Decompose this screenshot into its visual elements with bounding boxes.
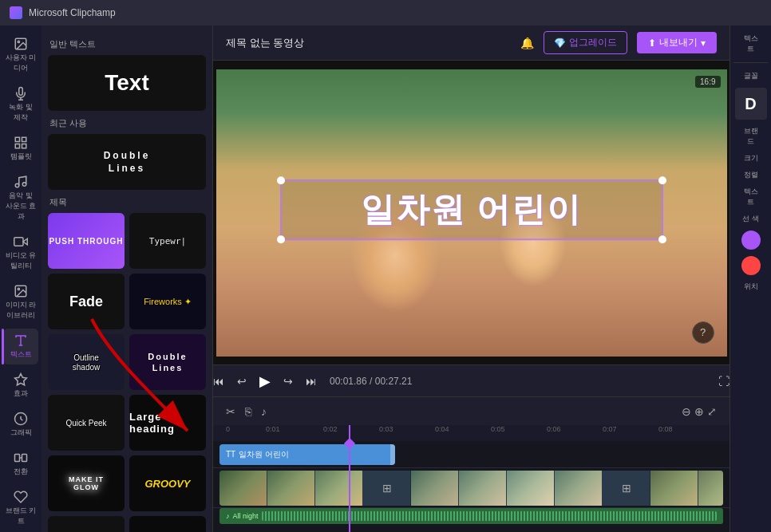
sidebar-icons: 사용자 미디어 녹화 및 제작 템플릿 음악 및 사운드 효과 비디오 유틸리티… [0, 26, 42, 532]
sidebar-item-images[interactable]: 이미지 라이브러리 [3, 279, 38, 325]
handle-bottom-left[interactable] [277, 235, 285, 243]
text-style-card-push-through[interactable]: PUSH THROUGH [48, 213, 125, 269]
forward-button[interactable]: ↪ [283, 375, 293, 388]
svg-rect-11 [14, 238, 23, 246]
right-panel-brand-label: 브랜드 [733, 124, 768, 148]
sidebar-label-video-lib: 비디오 유틸리티 [5, 250, 37, 271]
text-style-card-typewriter[interactable]: Typewr| [129, 213, 206, 269]
play-button[interactable]: ▶ [259, 372, 271, 390]
right-panel-text-label: 텍스트 [733, 32, 768, 56]
sidebar-label-graphics: 그래픽 [10, 428, 32, 438]
sidebar-item-text[interactable]: 텍스트 [3, 329, 38, 365]
notification-icon: 🔔 [520, 37, 534, 49]
audio-track-row: ♪ All night [213, 508, 729, 529]
audio-track-label: All night [233, 512, 259, 520]
music-note-button[interactable]: ♪ [261, 405, 267, 418]
text-track-row: TT 일차원 어린이 [213, 441, 729, 468]
svg-rect-7 [22, 144, 26, 148]
app-icon [10, 6, 22, 19]
right-panel-size-label: 크기 [733, 152, 768, 165]
right-panel-align-label: 정렬 [733, 168, 768, 182]
center-area: 제목 없는 동영상 🔔 💎 업그레이드 ⬆ 내보내기 ▾ 일차원 [213, 26, 729, 532]
video-canvas: 일차원 어린이 16:9 ? [216, 69, 727, 357]
zoom-in-button[interactable]: ⊕ [694, 405, 704, 418]
handle-top-right[interactable] [658, 176, 666, 184]
svg-rect-18 [15, 455, 20, 462]
sidebar-item-transitions[interactable]: 전환 [3, 446, 38, 482]
text-style-card-double-lines-recent[interactable]: Double Lines [48, 134, 206, 190]
rewind-button[interactable]: ↩ [237, 375, 247, 388]
text-style-card-fireworks[interactable]: Fireworks ✦ [129, 274, 206, 329]
ruler-mark-007: 0:07 [603, 425, 617, 433]
text-style-card-large-heading[interactable]: Large heading [129, 395, 206, 451]
video-thumb-1 [219, 471, 267, 506]
fit-button[interactable]: ⤢ [707, 405, 717, 418]
sidebar-item-graphics[interactable]: 그래픽 [3, 407, 38, 443]
right-panel-color-label: 선 색 [733, 212, 768, 226]
skip-back-button[interactable]: ⏮ [213, 375, 224, 388]
timeline-area: ✂ ⎘ ♪ ⊖ ⊕ ⤢ 0 0:01 0:02 0:03 [213, 396, 729, 532]
text-track-end-handle[interactable] [390, 444, 395, 465]
sidebar-label-images: 이미지 라이브러리 [5, 300, 37, 321]
copy-button[interactable]: ⎘ [245, 405, 251, 418]
text-track-clip[interactable]: TT 일차원 어린이 [219, 444, 395, 465]
video-thumb-5 [459, 471, 507, 506]
ruler-mark-005: 0:05 [491, 425, 505, 433]
zoom-out-button[interactable]: ⊖ [682, 405, 691, 418]
text-style-card-fade[interactable]: Fade [48, 274, 125, 329]
video-thumb-8 [650, 471, 698, 506]
font-preview[interactable]: D [735, 88, 767, 120]
timeline-toolbar: ✂ ⎘ ♪ ⊖ ⊕ ⤢ [213, 396, 729, 425]
text-overlay-box[interactable]: 일차원 어린이 [280, 179, 663, 240]
text-style-card-quick-peek[interactable]: Quick Peek [48, 395, 125, 451]
playhead[interactable] [349, 425, 350, 532]
video-thumb-transition2: ⊞ [603, 471, 650, 506]
sidebar-label-templates: 템플릿 [10, 152, 32, 162]
text-style-card-tidal[interactable]: TIDAL [129, 516, 206, 532]
color-swatch-purple[interactable] [741, 231, 761, 250]
sidebar-label-audio: 녹화 및 제작 [5, 102, 37, 123]
sidebar-item-media[interactable]: 사용자 미디어 [3, 32, 38, 78]
sidebar-item-music[interactable]: 음악 및 사운드 효과 [3, 170, 38, 227]
skip-forward-button[interactable]: ⏭ [306, 375, 317, 388]
svg-marker-10 [23, 238, 27, 245]
sidebar-label-effects: 효과 [14, 388, 28, 399]
text-style-card-text[interactable]: Text [48, 55, 206, 111]
text-style-card-outline-shadow[interactable]: Outline shadow [48, 334, 125, 390]
audio-track-strip[interactable]: ♪ All night [219, 508, 723, 524]
main-layout: 사용자 미디어 녹화 및 제작 템플릿 음악 및 사운드 효과 비디오 유틸리티… [0, 26, 771, 532]
video-preview: 일차원 어린이 16:9 ? [213, 61, 729, 365]
audio-waveform [262, 511, 717, 521]
text-style-card-make-it-glow[interactable]: MAKE IT GLOW [48, 455, 125, 511]
time-display: 00:01.86 / 00:27.21 [330, 376, 412, 387]
help-button[interactable]: ? [692, 321, 714, 344]
color-swatch-red[interactable] [741, 256, 761, 275]
sidebar-label-media: 사용자 미디어 [5, 53, 37, 73]
video-thumb-9 [698, 471, 723, 506]
sidebar-item-templates[interactable]: 템플릿 [3, 131, 38, 167]
text-style-card-double-lines2[interactable]: Double Lines [129, 334, 206, 390]
sidebar-item-brand[interactable]: 브랜드 키트 [3, 485, 38, 531]
sidebar-item-video-lib[interactable]: 비디오 유틸리티 [3, 230, 38, 276]
sidebar-item-audio[interactable]: 녹화 및 제작 [3, 81, 38, 128]
text-style-card-clean-title[interactable]: Clean Title [48, 516, 125, 532]
ruler-mark-006: 0:06 [547, 425, 561, 433]
ruler-mark-002: 0:02 [323, 425, 338, 433]
video-track-row: ⊞ ⊞ [213, 468, 729, 508]
scissors-button[interactable]: ✂ [226, 405, 235, 418]
video-track-strip[interactable]: ⊞ ⊞ [219, 471, 723, 506]
recent-section-title: 최근 사용 [49, 117, 206, 129]
video-thumb-4 [411, 471, 459, 506]
top-bar: 제목 없는 동영상 🔔 💎 업그레이드 ⬆ 내보내기 ▾ [213, 26, 729, 61]
sidebar-label-transitions: 전환 [14, 467, 28, 477]
text-style-card-groovy[interactable]: GROOVY [129, 455, 206, 511]
aspect-ratio-badge: 16:9 [695, 76, 720, 88]
svg-point-13 [18, 288, 19, 290]
video-thumb-3 [315, 471, 363, 506]
upgrade-button[interactable]: 💎 업그레이드 [544, 31, 627, 54]
video-thumb-2 [267, 471, 315, 506]
fullscreen-button[interactable]: ⛶ [718, 375, 729, 388]
svg-rect-6 [15, 144, 19, 148]
export-button[interactable]: ⬆ 내보내기 ▾ [637, 32, 717, 53]
sidebar-item-effects[interactable]: 효과 [3, 368, 38, 404]
